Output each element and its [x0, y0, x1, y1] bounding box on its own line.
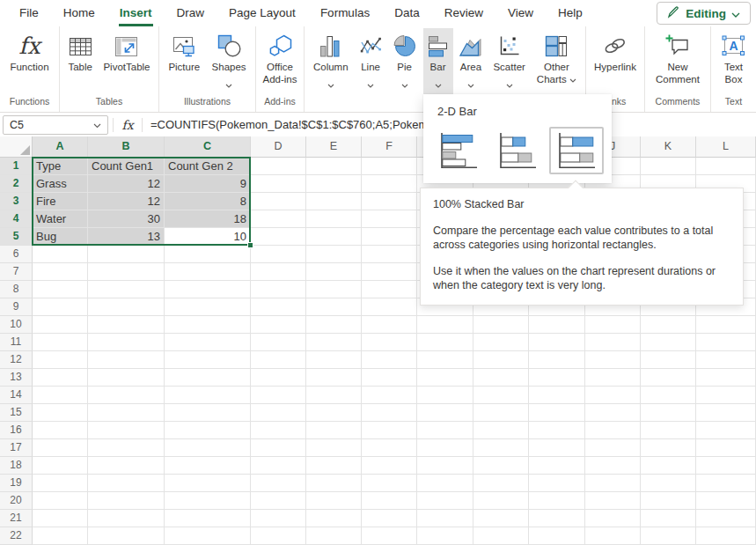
grid-cell-D3[interactable]: [251, 193, 306, 210]
grid-cell-D2[interactable]: [251, 175, 306, 193]
grid-cell-E10[interactable]: [306, 316, 362, 334]
grid-cell-K18[interactable]: [641, 457, 696, 475]
grid-cell-F19[interactable]: [362, 475, 417, 492]
grid-cell-A4[interactable]: Water: [33, 210, 88, 228]
grid-cell-C1[interactable]: Count Gen 2: [165, 158, 251, 175]
grid-cell-G12[interactable]: [417, 351, 473, 369]
grid-cell-F4[interactable]: [362, 210, 417, 228]
grid-cell-C7[interactable]: [165, 263, 251, 281]
fill-handle[interactable]: [247, 242, 253, 248]
grid-cell-E18[interactable]: [306, 457, 362, 475]
grid-cell-B19[interactable]: [88, 475, 165, 492]
grid-cell-K1[interactable]: [641, 158, 696, 175]
grid-cell-A7[interactable]: [33, 263, 88, 281]
chevron-down-icon[interactable]: [435, 77, 442, 91]
column-header-f[interactable]: F: [362, 136, 417, 158]
row-header-20[interactable]: 20: [0, 492, 33, 510]
grid-cell-F9[interactable]: [362, 298, 417, 316]
chevron-down-icon[interactable]: [506, 77, 513, 91]
grid-cell-F3[interactable]: [362, 193, 417, 210]
ribbon-button-picture[interactable]: Picture: [164, 28, 204, 76]
grid-cell-K10[interactable]: [641, 316, 696, 334]
grid-cell-E20[interactable]: [306, 492, 362, 510]
grid-cell-D9[interactable]: [251, 298, 306, 316]
grid-cell-A6[interactable]: [33, 246, 88, 263]
grid-cell-E5[interactable]: [306, 228, 362, 246]
grid-cell-C8[interactable]: [165, 281, 251, 298]
grid-cell-E8[interactable]: [306, 281, 362, 298]
grid-cell-A19[interactable]: [33, 475, 88, 492]
row-header-15[interactable]: 15: [0, 404, 33, 422]
grid-cell-F12[interactable]: [362, 351, 417, 369]
grid-cell-G21[interactable]: [417, 510, 473, 527]
grid-cell-E12[interactable]: [306, 351, 362, 369]
grid-cell-K19[interactable]: [641, 475, 696, 492]
grid-cell-B5[interactable]: 13: [88, 228, 165, 246]
row-header-19[interactable]: 19: [0, 475, 33, 492]
column-header-e[interactable]: E: [306, 136, 362, 158]
grid-cell-G14[interactable]: [417, 387, 473, 404]
grid-cell-D1[interactable]: [251, 158, 306, 175]
grid-cell-C10[interactable]: [165, 316, 251, 334]
grid-cell-H17[interactable]: [473, 439, 529, 457]
column-header-c[interactable]: C: [165, 136, 251, 158]
grid-cell-J20[interactable]: [585, 492, 641, 510]
row-header-18[interactable]: 18: [0, 457, 33, 475]
grid-cell-B7[interactable]: [88, 263, 165, 281]
grid-cell-I15[interactable]: [529, 404, 585, 422]
grid-cell-A21[interactable]: [33, 510, 88, 527]
ribbon-button-office-add-ins[interactable]: OfficeAdd-ins: [259, 28, 302, 88]
row-header-12[interactable]: 12: [0, 351, 33, 369]
row-header-5[interactable]: 5: [0, 228, 33, 246]
grid-cell-L16[interactable]: [696, 422, 756, 439]
ribbon-button-shapes[interactable]: Shapes: [208, 28, 251, 92]
ribbon-button-line[interactable]: Line: [356, 28, 386, 92]
grid-cell-E11[interactable]: [306, 334, 362, 351]
name-box[interactable]: C5: [3, 115, 108, 135]
grid-cell-L13[interactable]: [696, 369, 756, 387]
ribbon-button-area[interactable]: Area: [455, 28, 486, 92]
ribbon-button-bar[interactable]: Bar: [423, 28, 453, 95]
grid-cell-C9[interactable]: [165, 298, 251, 316]
grid-cell-C22[interactable]: [165, 527, 251, 545]
grid-cell-H12[interactable]: [473, 351, 529, 369]
grid-cell-A10[interactable]: [33, 316, 88, 334]
grid-cell-D4[interactable]: [251, 210, 306, 228]
grid-cell-I11[interactable]: [529, 334, 585, 351]
chevron-down-icon[interactable]: [467, 77, 474, 91]
grid-cell-E21[interactable]: [306, 510, 362, 527]
grid-cell-E14[interactable]: [306, 387, 362, 404]
grid-cell-K16[interactable]: [641, 422, 696, 439]
ribbon-button-text-box[interactable]: ATextBox: [717, 28, 750, 88]
grid-cell-E9[interactable]: [306, 298, 362, 316]
grid-cell-B12[interactable]: [88, 351, 165, 369]
row-header-3[interactable]: 3: [0, 193, 33, 210]
grid-cell-J12[interactable]: [585, 351, 641, 369]
grid-cell-B4[interactable]: 30: [88, 210, 165, 228]
grid-cell-D10[interactable]: [251, 316, 306, 334]
grid-cell-D6[interactable]: [251, 246, 306, 263]
grid-cell-D14[interactable]: [251, 387, 306, 404]
grid-cell-J15[interactable]: [585, 404, 641, 422]
grid-cell-A1[interactable]: Type: [33, 158, 88, 175]
grid-cell-J21[interactable]: [585, 510, 641, 527]
chevron-down-icon[interactable]: [327, 77, 334, 91]
grid-cell-C12[interactable]: [165, 351, 251, 369]
grid-cell-C20[interactable]: [165, 492, 251, 510]
grid-cell-I12[interactable]: [529, 351, 585, 369]
row-header-14[interactable]: 14: [0, 387, 33, 404]
row-header-22[interactable]: 22: [0, 527, 33, 545]
grid-cell-H20[interactable]: [473, 492, 529, 510]
grid-cell-K21[interactable]: [641, 510, 696, 527]
grid-cell-B22[interactable]: [88, 527, 165, 545]
grid-cell-D5[interactable]: [251, 228, 306, 246]
row-header-7[interactable]: 7: [0, 263, 33, 281]
grid-cell-J19[interactable]: [585, 475, 641, 492]
grid-cell-H11[interactable]: [473, 334, 529, 351]
grid-cell-K13[interactable]: [641, 369, 696, 387]
grid-cell-C13[interactable]: [165, 369, 251, 387]
menu-tab-insert[interactable]: Insert: [107, 0, 165, 26]
grid-cell-L11[interactable]: [696, 334, 756, 351]
grid-cell-K17[interactable]: [641, 439, 696, 457]
grid-cell-I19[interactable]: [529, 475, 585, 492]
